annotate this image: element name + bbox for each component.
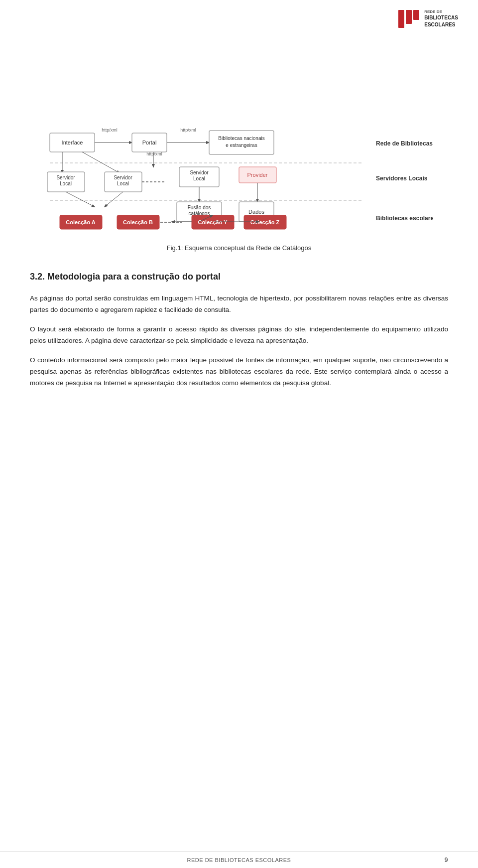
diagram-svg: Rede de Bibliotecas Escolares Servidores… — [45, 48, 433, 238]
footer-label: REDE DE BIBLIOTECAS ESCOLARES — [187, 857, 291, 863]
provider-text: Provider — [247, 172, 268, 178]
bib-escolares-label: Bibliotecas escolares — [376, 215, 433, 222]
paragraph-2: O layout será elaborado de forma a garan… — [30, 324, 448, 347]
sl1-text1: Servidor — [56, 175, 75, 180]
footer-page: 9 — [445, 857, 448, 864]
interface-text: Interface — [62, 140, 83, 145]
sl2-text1: Servidor — [114, 175, 132, 180]
sl3-text1: Servidor — [190, 170, 209, 175]
http-xml-2: http/xml — [180, 128, 196, 133]
arrow-sl1-down — [66, 192, 95, 207]
sl3-text2: Local — [193, 176, 205, 181]
http-xml-1: http/xml — [102, 128, 118, 133]
servidores-label: Servidores Locais — [376, 175, 428, 182]
diagram-container: Rede de Bibliotecas Escolares Servidores… — [30, 48, 448, 252]
logo-bar-1 — [398, 10, 404, 28]
diagram-svg-wrapper: Rede de Bibliotecas Escolares Servidores… — [45, 48, 433, 239]
coleccao-a-text: Colecção A — [66, 219, 96, 225]
fusao-text1: Fusão dos — [188, 205, 211, 210]
logo-text: REDE DE BIBLIOTECAS ESCOLARES — [424, 9, 458, 28]
page-footer: REDE DE BIBLIOTECAS ESCOLARES 9 — [0, 852, 478, 868]
portal-text: Portal — [142, 140, 157, 145]
sl2-text2: Local — [117, 181, 129, 186]
logo-bar-2 — [406, 10, 412, 24]
sl1-text2: Local — [60, 181, 72, 186]
bib-text-2: e estrangeiras — [226, 143, 257, 148]
logo-line2: BIBLIOTECAS — [424, 14, 458, 21]
paragraph-3: O conteúdo informacional será composto p… — [30, 355, 448, 389]
section-heading: 3.2. Metodologia para a construção do po… — [30, 272, 448, 282]
arrow-int-down-right — [82, 152, 120, 173]
bib-text-1: Bibliotecas nacionais — [218, 136, 264, 141]
main-content: Rede de Bibliotecas Escolares Servidores… — [0, 33, 478, 427]
dados-text: Dados — [248, 209, 264, 215]
logo: REDE DE BIBLIOTECAS ESCOLARES — [398, 9, 458, 28]
page-header: REDE DE BIBLIOTECAS ESCOLARES — [0, 0, 478, 33]
coleccao-b-text: Colecção B — [123, 219, 153, 225]
rede-label: Rede de Bibliotecas Escolares — [376, 140, 433, 147]
logo-line1: REDE DE — [424, 9, 458, 14]
paragraph-1: As páginas do portal serão construídas e… — [30, 293, 448, 316]
coleccao-z-text: Colecção Z — [250, 219, 280, 225]
logo-bar-3 — [413, 10, 419, 20]
logo-icon — [398, 10, 419, 28]
arrow-sl2-down — [105, 192, 123, 207]
http-xml-3: http/xml — [146, 151, 162, 156]
logo-line3: ESCOLARES — [424, 21, 458, 28]
fig-caption: Fig.1: Esquema conceptual da Rede de Cat… — [30, 244, 448, 252]
